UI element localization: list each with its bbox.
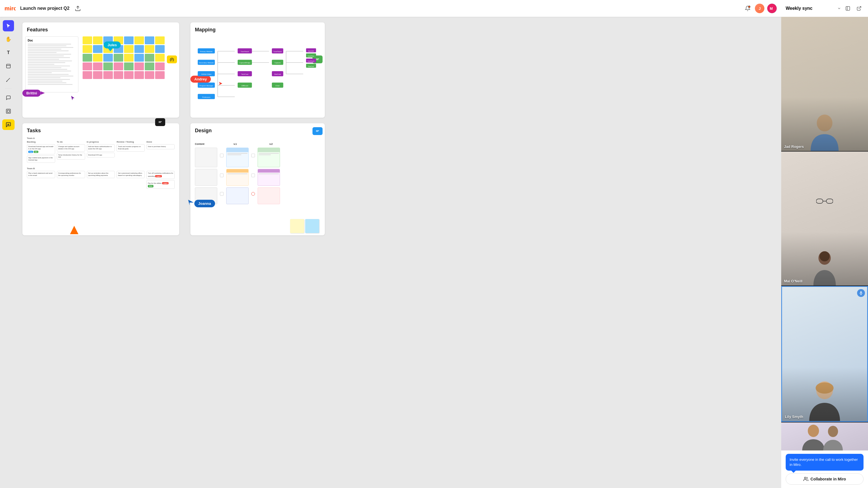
kanban-card: Download iOS app	[87, 153, 115, 158]
svg-rect-69	[220, 174, 223, 177]
frame-features: Features Doc	[22, 22, 179, 118]
chat-icon-button[interactable]	[2, 119, 14, 130]
svg-point-89	[804, 477, 806, 479]
team-a-label: Team A	[27, 137, 175, 140]
left-toolbar: ✋ T ···	[0, 17, 17, 139]
svg-rect-81	[826, 199, 833, 203]
svg-rect-5	[6, 64, 10, 68]
svg-text:Program Manager: Program Manager	[199, 85, 213, 87]
kanban-card: Plan a bank statement and send to the em…	[27, 171, 55, 178]
tasks-message-bubble[interactable]	[155, 118, 165, 126]
hand-tool-button[interactable]: ✋	[3, 34, 14, 45]
side-panel: Weekly sync Jad Rogers	[781, 0, 868, 488]
orange-cursor	[70, 226, 79, 235]
lily-audio-badge	[857, 289, 865, 297]
svg-rect-9	[7, 110, 9, 112]
notification-icon[interactable]	[743, 4, 752, 13]
panel-dropdown-icon[interactable]	[837, 6, 841, 10]
brittni-cursor-label: Brittni	[22, 90, 41, 97]
panel-title: Weekly sync	[786, 6, 835, 11]
kanban-card: Get customized marketing offers based on…	[117, 171, 145, 178]
svg-rect-74	[846, 6, 850, 10]
kanban-card: Set up reminders about the upcoming bill…	[87, 171, 115, 178]
svg-marker-73	[188, 200, 194, 205]
todo-col: To do Change and update account details …	[57, 141, 85, 164]
svg-point-2	[748, 6, 750, 8]
done-col: Done How to purchase history	[147, 141, 175, 164]
review-b-col: Get customized marketing offers based on…	[117, 171, 145, 190]
sticky-note-tool-button[interactable]	[3, 61, 14, 72]
svg-text:miro: miro	[4, 5, 16, 11]
svg-line-7	[7, 78, 10, 81]
inprogress-col: In progress Add two-factor authenticatio…	[87, 141, 115, 164]
v1-label: v.1	[234, 143, 256, 145]
topbar-right: J M	[743, 4, 777, 13]
kanban-team-b: Plan a bank statement and send to the em…	[27, 171, 175, 190]
design-stickies	[290, 219, 319, 233]
svg-text:TuneTeach: TuneTeach	[273, 51, 282, 52]
svg-rect-71	[220, 192, 223, 195]
svg-text:OffBoard: OffBoard	[241, 85, 248, 87]
todo-b-col: Corresponding preferences for the upcomi…	[57, 171, 85, 190]
team-b-label: Team B	[27, 167, 175, 170]
svg-point-87	[808, 425, 819, 437]
design-mockups	[195, 148, 320, 204]
svg-rect-8	[6, 109, 11, 114]
participant-mai: Mai O'Neill	[781, 152, 868, 286]
backlog-b-col: Plan a bank statement and send to the em…	[27, 171, 55, 190]
svg-text:TechCast: TechCast	[241, 73, 248, 75]
svg-marker-64	[70, 226, 79, 234]
svg-line-76	[859, 6, 861, 9]
svg-rect-68	[251, 154, 255, 157]
board-title: Launch new project Q2	[20, 6, 69, 11]
svg-text:AudioPipe: AudioPipe	[308, 55, 314, 57]
avatar-user1[interactable]: J	[755, 4, 765, 13]
comment-tool-button[interactable]	[3, 92, 14, 103]
features-message-bubble[interactable]	[167, 56, 177, 63]
miro-logo[interactable]: miro	[4, 4, 16, 12]
mapping-title: Mapping	[195, 27, 320, 33]
features-title: Features	[27, 27, 175, 33]
svg-text:Primary Website: Primary Website	[200, 51, 213, 52]
canvas-area: miro Launch new project Q2 J	[0, 0, 781, 488]
avatar-user2[interactable]: M	[767, 4, 777, 13]
frame-tool-button[interactable]	[3, 105, 14, 117]
kanban-card: Change and update account details in the…	[57, 144, 85, 152]
svg-text:Capture: Capture	[274, 62, 281, 64]
svg-text:GitHub Video: GitHub Video	[201, 73, 212, 75]
collaborate-message: Invite everyone in the call to work toge…	[786, 454, 864, 470]
external-panel-button[interactable]	[855, 4, 864, 13]
pen-tool-button[interactable]	[3, 74, 14, 85]
side-panel-header: Weekly sync	[781, 0, 868, 17]
svg-text:Secondary Website: Secondary Website	[199, 62, 214, 64]
svg-text:SiteGrab: SiteGrab	[274, 73, 281, 75]
jules-cursor-label: Jules	[103, 41, 121, 51]
kanban-card: Add two-factor authentication to assist …	[87, 144, 115, 152]
lily-name: Lily Smyth	[785, 415, 803, 419]
kanban-card: How to purchase history	[147, 144, 175, 149]
design-title: Design	[195, 128, 320, 133]
svg-point-88	[828, 426, 838, 437]
select-tool-button[interactable]	[3, 20, 14, 31]
participant-4	[781, 422, 868, 451]
joanna-cursor-label: Joanna	[193, 200, 215, 207]
backlog-col: Backlog Download Android app and install…	[27, 141, 55, 164]
svg-text:CaptureBridge: CaptureBridge	[239, 62, 251, 64]
participant-lily: Lily Smyth	[781, 286, 868, 422]
collaborate-button[interactable]: Collaborate in Miro	[786, 474, 864, 485]
mapping-diagram: Primary Website Secondary Website GitHub…	[195, 36, 320, 109]
kanban-card: Pay for the utilities urgentdone	[147, 180, 175, 189]
design-message-bubble[interactable]	[312, 127, 322, 135]
text-tool-button[interactable]: T	[3, 47, 14, 58]
svg-rect-70	[251, 174, 255, 177]
svg-text:SynchAll: SynchAll	[308, 50, 314, 52]
doc-element: Doc	[25, 36, 79, 92]
brittni-cursor-arrow	[70, 95, 75, 102]
minimize-panel-button[interactable]	[843, 4, 852, 13]
kanban-team-a: Backlog Download Android app and install…	[27, 141, 175, 164]
upload-button[interactable]	[74, 4, 82, 12]
kanban-card: Download Android app and install it on t…	[27, 144, 55, 154]
frame-mapping: Mapping Andrey	[190, 22, 325, 118]
canvas-content: Features Doc	[17, 17, 781, 488]
review-col: Review / Testing Track and monitor progr…	[117, 141, 145, 164]
